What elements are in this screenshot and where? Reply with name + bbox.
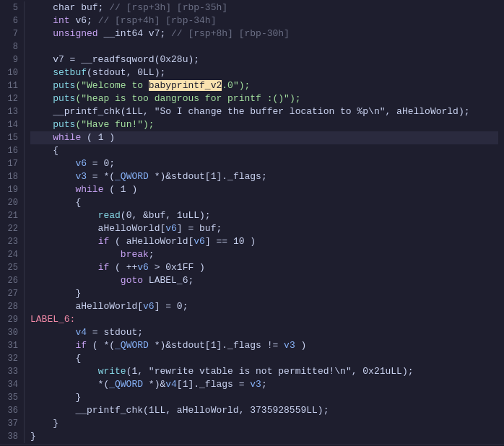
code-token: __int64 v7;	[98, 28, 171, 39]
code-token: ("heap is too dangrous for printf :()");	[75, 93, 300, 104]
code-token: v7 = __readfsqword(0x28u);	[30, 54, 199, 65]
code-token: (stdout, 0LL);	[87, 67, 165, 78]
code-token: .0");	[222, 80, 250, 91]
code-token: __printf_chk(1LL, "So I change the buffe…	[30, 106, 470, 117]
code-line: write(1, "rewrite vtable is not permitte…	[30, 365, 498, 378]
code-line: puts("Welcome to babyprintf_v2.0");	[30, 79, 498, 92]
code-line: unsigned __int64 v7; // [rsp+8h] [rbp-30…	[30, 27, 498, 40]
code-token	[30, 93, 53, 104]
code-token: setbuf	[53, 67, 87, 78]
code-token	[30, 327, 75, 338]
code-line: }	[30, 417, 498, 430]
code-line: v4 = stdout;	[30, 326, 498, 339]
code-line: {	[30, 196, 498, 209]
code-line: v7 = __readfsqword(0x28u);	[30, 53, 498, 66]
line-number: 5	[3, 1, 18, 14]
code-token: *)&stdout[1]._flags;	[149, 171, 267, 182]
code-token: ;	[149, 249, 155, 260]
code-line: }	[30, 430, 498, 443]
code-line: }	[30, 287, 498, 300]
code-token: puts	[53, 119, 75, 130]
code-token: aHelloWorld[	[30, 223, 165, 234]
line-number: 12	[3, 92, 18, 105]
code-token	[30, 262, 98, 273]
code-line: while ( 1 )	[30, 183, 498, 196]
code-token: v3	[75, 171, 87, 182]
code-token: ( 1 )	[103, 184, 137, 195]
code-token: }	[30, 418, 58, 429]
code-line: char buf; // [rsp+3h] [rbp-35h]	[30, 1, 498, 14]
code-token: _QWORD	[109, 379, 143, 390]
code-token: LABEL_6:	[30, 314, 75, 325]
code-line: if ( aHelloWorld[v6] == 10 )	[30, 235, 498, 248]
line-number: 7	[3, 27, 18, 40]
code-token: [1]._flags =	[177, 379, 250, 390]
code-token	[30, 340, 75, 351]
code-token: *)&stdout[1]._flags !=	[149, 340, 284, 351]
code-token: )	[295, 340, 307, 351]
code-line: {	[30, 144, 498, 157]
code-token: = 0;	[87, 158, 115, 169]
code-token: puts	[53, 80, 75, 91]
line-number: 31	[3, 339, 18, 352]
code-line: }	[30, 391, 498, 404]
code-token: }	[30, 431, 36, 442]
code-token: aHelloWorld[	[30, 301, 143, 312]
code-token: {	[30, 353, 81, 364]
line-number: 26	[3, 274, 18, 287]
line-number: 36	[3, 404, 18, 417]
code-token: // [rsp+4h] [rbp-34h]	[98, 15, 217, 26]
code-line: while ( 1 )	[30, 131, 498, 144]
code-token: > 0x1FF )	[149, 262, 205, 273]
code-line: aHelloWorld[v6] = buf;	[30, 222, 498, 235]
code-token	[30, 210, 98, 221]
line-number: 38	[3, 430, 18, 443]
code-token: ( 1 )	[81, 132, 115, 143]
code-token: int	[53, 15, 69, 26]
code-token: ( *(	[87, 340, 115, 351]
code-token: // [rsp+8h] [rbp-30h]	[171, 28, 290, 39]
line-number: 20	[3, 196, 18, 209]
code-token	[30, 249, 121, 260]
line-number: 10	[3, 66, 18, 79]
code-line: goto LABEL_6;	[30, 274, 498, 287]
code-token	[30, 28, 53, 39]
code-token: while	[75, 184, 103, 195]
line-number: 9	[3, 53, 18, 66]
code-token	[30, 158, 75, 169]
line-numbers: 5678910111213141516171819202122232425262…	[0, 1, 25, 443]
code-token: read	[98, 210, 121, 221]
line-number: 21	[3, 209, 18, 222]
code-token	[30, 15, 53, 26]
code-token: v4	[75, 327, 87, 338]
code-line: if ( *(_QWORD *)&stdout[1]._flags != v3 …	[30, 339, 498, 352]
line-number: 24	[3, 248, 18, 261]
line-number: 13	[3, 105, 18, 118]
code-token: ] = buf;	[177, 223, 222, 234]
line-number: 17	[3, 157, 18, 170]
code-line: v3 = *(_QWORD *)&stdout[1]._flags;	[30, 170, 498, 183]
code-line: LABEL_6:	[30, 313, 498, 326]
code-content: char buf; // [rsp+3h] [rbp-35h] int v6; …	[25, 1, 504, 443]
code-token	[30, 132, 53, 143]
code-token: }	[30, 392, 81, 403]
code-line: *(_QWORD *)&v4[1]._flags = v3;	[30, 378, 498, 391]
code-token: = stdout;	[87, 327, 143, 338]
code-token: __printf_chk(1LL, aHelloWorld, 373592855…	[30, 405, 329, 416]
code-token	[30, 67, 53, 78]
code-token	[30, 119, 53, 130]
code-token: v6	[75, 158, 87, 169]
code-token: puts	[53, 93, 75, 104]
code-token	[30, 236, 98, 247]
code-token: v4	[165, 379, 177, 390]
line-number: 29	[3, 313, 18, 326]
code-line: setbuf(stdout, 0LL);	[30, 66, 498, 79]
code-token: break	[121, 249, 149, 260]
line-number: 25	[3, 261, 18, 274]
line-number: 23	[3, 235, 18, 248]
code-token: v6	[137, 262, 149, 273]
line-number: 14	[3, 118, 18, 131]
code-token: ("Welcome to	[75, 80, 148, 91]
code-editor: 5678910111213141516171819202122232425262…	[0, 0, 504, 445]
code-token: {	[30, 145, 58, 156]
